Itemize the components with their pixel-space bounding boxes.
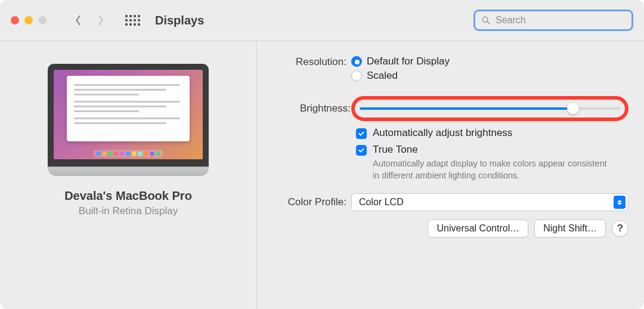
auto-brightness-label: Automatically adjust brightness — [373, 127, 512, 139]
radio-scaled[interactable] — [351, 70, 362, 81]
true-tone-checkbox[interactable] — [356, 145, 367, 156]
resolution-scaled-label: Scaled — [367, 70, 398, 82]
window-traffic-lights — [11, 16, 47, 24]
forward-button[interactable] — [93, 13, 109, 28]
bottom-button-row: Universal Control… Night Shift… ? — [264, 220, 628, 237]
color-profile-select[interactable]: Color LCD — [351, 193, 628, 211]
help-button[interactable]: ? — [612, 220, 628, 237]
zoom-window-button[interactable] — [38, 16, 47, 24]
window-toolbar: Displays — [0, 0, 644, 41]
nav-arrows — [70, 13, 109, 28]
check-icon — [358, 147, 365, 154]
universal-control-button[interactable]: Universal Control… — [428, 220, 528, 237]
back-button[interactable] — [70, 13, 86, 28]
resolution-scaled-option[interactable]: Scaled — [351, 70, 628, 82]
preferences-body: Devala's MacBook Pro Built-in Retina Dis… — [0, 41, 644, 309]
close-window-button[interactable] — [11, 16, 19, 24]
displays-preferences-window: Displays — [0, 0, 644, 309]
chevron-left-icon — [74, 15, 82, 26]
select-stepper-icon — [614, 196, 626, 209]
display-preview-pane: Devala's MacBook Pro Built-in Retina Dis… — [0, 41, 256, 309]
auto-brightness-option[interactable]: Automatically adjust brightness — [356, 127, 628, 139]
resolution-default-option[interactable]: Default for Display — [351, 55, 628, 67]
color-profile-value: Color LCD — [359, 197, 404, 208]
radio-default-for-display[interactable] — [351, 56, 362, 67]
search-field-wrap[interactable] — [473, 10, 633, 31]
search-icon — [481, 16, 491, 25]
brightness-slider[interactable] — [360, 107, 620, 110]
color-profile-row: Color Profile: Color LCD — [264, 193, 628, 211]
display-settings-pane: Resolution: Default for Display Scaled B… — [256, 41, 644, 309]
show-all-prefs-button[interactable] — [125, 13, 140, 27]
search-input[interactable] — [496, 15, 626, 26]
brightness-row: Brightness: — [264, 96, 628, 121]
brightness-slider-thumb[interactable] — [567, 103, 579, 115]
laptop-preview — [48, 64, 209, 176]
true-tone-option[interactable]: True Tone — [356, 144, 628, 156]
minimize-window-button[interactable] — [24, 16, 33, 24]
auto-brightness-checkbox[interactable] — [356, 128, 367, 139]
check-icon — [358, 130, 365, 137]
color-profile-label: Color Profile: — [264, 196, 351, 208]
true-tone-label: True Tone — [373, 144, 418, 156]
device-name: Devala's MacBook Pro — [64, 189, 192, 203]
preview-document-window — [67, 76, 190, 141]
brightness-slider-highlight — [351, 96, 628, 121]
chevron-right-icon — [97, 15, 105, 26]
panel-title: Displays — [155, 14, 204, 27]
preview-dock — [94, 150, 163, 157]
night-shift-button[interactable]: Night Shift… — [534, 220, 606, 237]
brightness-label: Brightness: — [264, 103, 351, 115]
resolution-default-label: Default for Display — [367, 55, 450, 67]
resolution-label: Resolution: — [264, 55, 351, 84]
true-tone-description: Automatically adapt display to make colo… — [373, 158, 611, 181]
svg-line-1 — [487, 21, 490, 24]
resolution-row: Resolution: Default for Display Scaled — [264, 55, 628, 84]
device-subtitle: Built-in Retina Display — [79, 205, 178, 217]
